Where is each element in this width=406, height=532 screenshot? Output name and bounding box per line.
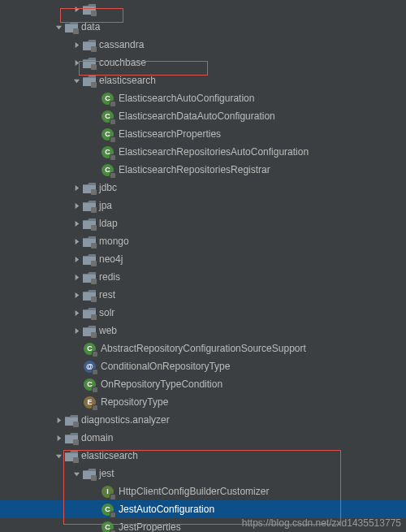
tree-row[interactable]: COnRepositoryTypeCondition	[0, 375, 406, 393]
folder-icon	[83, 200, 96, 211]
chevron-right-icon[interactable]	[71, 183, 81, 192]
arrow-spacer	[71, 397, 81, 407]
tree-row[interactable]: couchbase	[0, 54, 406, 71]
tree-row[interactable]: cassandra	[0, 36, 406, 54]
tree-row[interactable]: domain	[0, 429, 406, 447]
chevron-right-icon[interactable]	[71, 4, 81, 14]
tree-row[interactable]: CJestAutoConfiguration	[0, 500, 406, 518]
watermark-text: https://blog.csdn.net/zxd1435513775	[242, 517, 401, 529]
tree-item-label: ElasticsearchDataAutoConfiguration	[119, 110, 275, 122]
tree-item-label: redis	[99, 271, 120, 283]
tree-row[interactable]: solr	[0, 304, 406, 322]
folder-icon	[83, 236, 96, 247]
chevron-right-icon[interactable]	[71, 290, 81, 300]
tree-row[interactable]: jpa	[0, 197, 406, 214]
arrow-spacer	[89, 165, 99, 175]
tree-item-label: OnRepositoryTypeCondition	[101, 378, 222, 390]
tree-row[interactable]: jdbc	[0, 179, 406, 197]
chevron-down-icon[interactable]	[54, 451, 63, 461]
chevron-right-icon[interactable]	[54, 433, 63, 443]
tree-item-label: ConditionalOnRepositoryType	[101, 361, 230, 372]
folder-icon	[65, 21, 78, 32]
tree-item-label: ElasticsearchProperties	[119, 128, 221, 140]
tree-item-label: jpa	[99, 200, 112, 211]
chevron-down-icon[interactable]	[71, 469, 81, 478]
folder-icon	[65, 414, 78, 426]
type-icon: @	[84, 361, 96, 373]
tree-item-label: ElasticsearchAutoConfiguration	[119, 93, 254, 104]
tree-row[interactable]: mongo	[0, 232, 406, 250]
tree-row[interactable]: CElasticsearchRepositoriesRegistrar	[0, 161, 406, 179]
tree-item-label: neo4j	[99, 253, 123, 265]
class-icon: C	[102, 164, 114, 176]
folder-icon	[83, 3, 96, 15]
tree-item-label: ElasticsearchRepositoriesAutoConfigurati…	[119, 146, 309, 158]
tree-row[interactable]: IHttpClientConfigBuilderCustomizer	[0, 482, 406, 500]
tree-item-label: cassandra	[99, 39, 144, 50]
tree-row[interactable]: redis	[0, 268, 406, 286]
tree-row[interactable]: ldap	[0, 214, 406, 232]
folder-icon	[65, 450, 78, 461]
folder-icon	[83, 57, 96, 68]
tree-row[interactable]	[0, 0, 406, 18]
tree-item-label: RepositoryType	[101, 396, 168, 408]
chevron-right-icon[interactable]	[71, 218, 81, 228]
arrow-spacer	[89, 111, 99, 121]
tree-row[interactable]: CElasticsearchProperties	[0, 125, 406, 143]
tree-row[interactable]: rest	[0, 286, 406, 304]
folder-icon	[83, 468, 96, 479]
chevron-right-icon[interactable]	[71, 254, 81, 264]
arrow-spacer	[71, 361, 81, 371]
tree-item-label: HttpClientConfigBuilderCustomizer	[119, 486, 269, 497]
chevron-right-icon[interactable]	[71, 58, 81, 67]
arrow-spacer	[89, 93, 99, 103]
chevron-right-icon[interactable]	[71, 326, 81, 335]
class-icon: C	[102, 128, 114, 141]
folder-icon	[83, 218, 96, 229]
folder-icon	[83, 271, 96, 283]
tree-row[interactable]: CAbstractRepositoryConfigurationSourceSu…	[0, 340, 406, 357]
arrow-spacer	[71, 344, 81, 353]
tree-row[interactable]: ERepositoryType	[0, 393, 406, 411]
chevron-right-icon[interactable]	[71, 236, 81, 246]
class-icon: C	[102, 504, 114, 516]
tree-item-label: ElasticsearchRepositoriesRegistrar	[119, 164, 270, 175]
tree-row[interactable]: @ConditionalOnRepositoryType	[0, 357, 406, 375]
folder-icon	[83, 75, 96, 86]
tree-item-label: JestProperties	[119, 521, 181, 532]
tree-row[interactable]: data	[0, 18, 406, 36]
chevron-down-icon[interactable]	[54, 22, 63, 32]
arrow-spacer	[89, 487, 99, 496]
class-icon: C	[102, 110, 114, 123]
class-icon: C	[102, 146, 114, 158]
tree-row[interactable]: CElasticsearchAutoConfiguration	[0, 89, 406, 107]
class-icon: C	[102, 521, 114, 533]
chevron-right-icon[interactable]	[71, 201, 81, 210]
chevron-right-icon[interactable]	[71, 308, 81, 318]
chevron-right-icon[interactable]	[71, 40, 81, 50]
chevron-right-icon[interactable]	[54, 415, 63, 425]
chevron-right-icon[interactable]	[71, 272, 81, 282]
arrow-spacer	[89, 504, 99, 514]
tree-row[interactable]: jest	[0, 465, 406, 482]
tree-row[interactable]: diagnostics.analyzer	[0, 411, 406, 429]
tree-item-label: elasticsearch	[81, 450, 138, 461]
chevron-down-icon[interactable]	[71, 76, 81, 85]
class-icon: C	[84, 343, 96, 355]
tree-row[interactable]: CElasticsearchRepositoriesAutoConfigurat…	[0, 143, 406, 161]
folder-icon	[83, 253, 96, 265]
tree-item-label: JestAutoConfiguration	[119, 504, 214, 515]
tree-item-label: ldap	[99, 218, 118, 229]
folder-icon	[83, 289, 96, 301]
arrow-spacer	[89, 522, 99, 532]
tree-item-label: rest	[99, 289, 115, 301]
tree-row[interactable]: elasticsearch	[0, 447, 406, 465]
folder-icon	[83, 325, 96, 336]
tree-row[interactable]: CElasticsearchDataAutoConfiguration	[0, 107, 406, 125]
tree-row[interactable]: elasticsearch	[0, 71, 406, 89]
folder-icon	[83, 307, 96, 318]
tree-row[interactable]: neo4j	[0, 250, 406, 268]
tree-item-label: web	[99, 325, 117, 336]
tree-row[interactable]: web	[0, 322, 406, 340]
arrow-spacer	[89, 147, 99, 157]
